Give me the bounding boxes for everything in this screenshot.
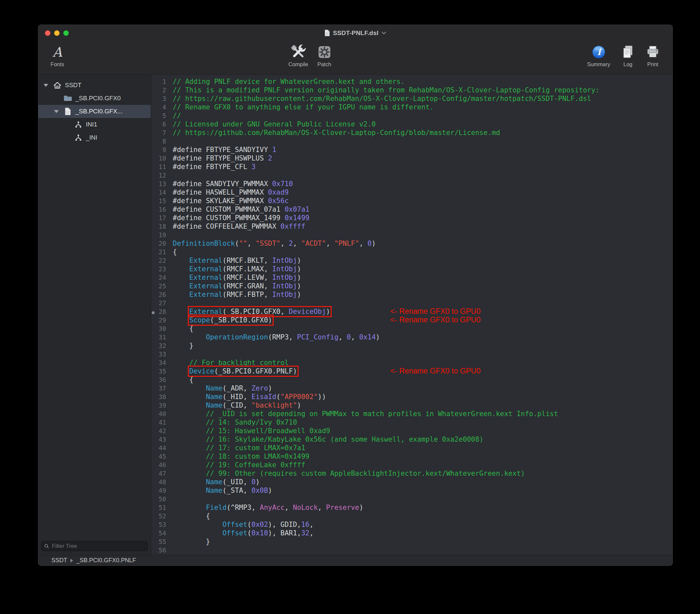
search-icon [44,543,49,549]
code-line[interactable]: 56 [151,546,673,554]
line-number: 10 [151,154,171,163]
annotation-red-box: Scope(_SB.PCI0.GFX0) [189,316,272,324]
code-line[interactable]: 42 // 15: Haswell/Broadwell 0xad9 [151,427,673,435]
disclosure-triangle-icon[interactable] [53,110,60,113]
code-line[interactable]: 12 [151,171,673,179]
line-number: 53 [151,520,171,529]
code-line[interactable]: 15#define SKYLAKE_PWMMAX 0x56c [151,197,673,205]
sidebar-item-sb-pci0-gfx[interactable]: _SB.PCI0.GFX... [38,105,151,118]
fonts-icon: A [53,45,62,60]
close-button[interactable] [45,30,50,36]
code-line[interactable]: 28 External(_SB.PCI0.GFX0, DeviceObj)<- … [151,307,673,316]
code-line[interactable]: 7// https://github.com/RehabMan/OS-X-Clo… [151,128,673,137]
fonts-button[interactable]: A Fonts [46,41,69,67]
code-line[interactable]: 41 // 14: Sandy/Ivy 0x710 [151,418,673,427]
breadcrumb-root[interactable]: SSDT [51,557,67,564]
code-line[interactable]: 2// This is a modified PNLF version orig… [151,86,673,95]
code-line[interactable]: 55 } [151,537,673,546]
filter-tree-field[interactable] [41,541,148,551]
patch-label: Patch [317,61,331,67]
code-line[interactable]: 45 // 18: custom LMAX=0x1499 [151,452,673,461]
patch-button[interactable]: Patch [317,41,332,67]
code-line[interactable]: 25 External(RMCF.GRAN, IntObj) [151,282,673,290]
code-text: Name(_STA, 0x0B) [173,486,272,495]
zoom-button[interactable] [63,30,69,36]
code-line[interactable]: 37 Name(_ADR, Zero) [151,384,673,392]
code-line[interactable]: 17#define CUSTOM_PWMMAX_1499 0x1499 [151,214,673,222]
code-line[interactable]: 27 [151,299,673,307]
code-line[interactable]: 3// https://raw.githubusercontent.com/Re… [151,95,673,103]
code-line[interactable]: 14#define HASWELL_PWMMAX 0xad9 [151,188,673,197]
code-line[interactable]: 34 // For backlight control [151,359,673,367]
sidebar-item-sb-pci0-gfx0[interactable]: _SB.PCI0.GFX0 [38,92,151,105]
code-line[interactable]: 8 [151,137,673,146]
sidebar-item-ini1[interactable]: INI1 [38,118,151,131]
code-line[interactable]: 11#define FBTYPE_CFL 3 [151,163,673,171]
code-line[interactable]: 43 // 16: Skylake/KabyLake 0x56c (and so… [151,435,673,443]
code-line[interactable]: 5// [151,111,673,120]
code-line[interactable]: 22 External(RMCF.BKLT, IntObj) [151,256,673,265]
code-line[interactable]: 10#define FBTYPE_HSWPLUS 2 [151,154,673,163]
folder-icon [63,94,72,102]
code-line[interactable]: 13#define SANDYIVY_PWMMAX 0x710 [151,179,673,188]
code-line[interactable]: 26 External(RMCF.FBTP, IntObj) [151,290,673,299]
line-number: 26 [151,290,171,299]
disclosure-spacer [64,136,71,140]
breadcrumb-node[interactable]: _SB.PCI0.GFX0.PNLF [76,557,136,564]
code-line[interactable]: 52 { [151,512,673,520]
code-line[interactable]: 39 Name(_CID, "backlight") [151,401,673,410]
code-line[interactable]: 36 { [151,375,673,384]
code-line[interactable]: 53 Offset(0x02), GDID,16, [151,520,673,529]
change-marker-dot [152,311,155,314]
code-line[interactable]: 21{ [151,248,673,256]
line-number: 46 [151,461,171,469]
code-line[interactable]: 4// Rename GFX0 to anything else if your… [151,103,673,111]
code-line[interactable]: 31 OperationRegion(RMP3, PCI_Config, 0, … [151,333,673,341]
code-text: // https://raw.githubusercontent.com/Reh… [173,95,591,103]
line-number: 19 [151,231,171,239]
code-line[interactable]: 23 External(RMCF.LMAX, IntObj) [151,265,673,273]
code-line[interactable]: 44 // 17: custom LMAX=0x7a1 [151,443,673,452]
code-text: #define FBTYPE_SANDYIVY 1 [173,146,276,154]
code-line[interactable]: 50 [151,495,673,503]
code-line[interactable]: 38 Name(_HID, EisaId("APP0002")) [151,392,673,401]
code-line[interactable]: 6// Licensed under GNU General Public Li… [151,120,673,128]
line-number: 20 [151,239,171,248]
code-line[interactable]: 19 [151,231,673,239]
code-line[interactable]: 32 } [151,341,673,350]
code-line[interactable]: 35 Device(_SB.PCI0.GFX0.PNLF)<- Rename G… [151,367,673,375]
main-split: SSDT_SB.PCI0.GFX0_SB.PCI0.GFX...INI1_INI… [38,75,673,555]
code-line[interactable]: 46 // 19: CoffeeLake 0xffff [151,461,673,469]
code-line[interactable]: 47 // 99: Other (requires custom AppleBa… [151,469,673,478]
sidebar-item-ini[interactable]: _INI [38,131,151,144]
code-line[interactable]: 16#define CUSTOM_PWMMAX_07a1 0x07a1 [151,205,673,214]
code-text: Name(_UID, 0) [173,478,260,486]
code-line[interactable]: 24 External(RMCF.LEVW, IntObj) [151,273,673,282]
code-line[interactable]: 49 Name(_STA, 0x0B) [151,486,673,495]
filter-tree-input[interactable] [51,542,145,550]
code-editor[interactable]: 1// Adding PNLF device for WhateverGreen… [151,75,673,555]
compile-button[interactable]: Compile [288,41,308,67]
code-line[interactable]: 1// Adding PNLF device for WhateverGreen… [151,77,673,86]
code-line[interactable]: 33 [151,350,673,359]
code-line[interactable]: 30 { [151,324,673,333]
chevron-down-icon [382,32,386,35]
code-line[interactable]: 18#define COFFEELAKE_PWMMAX 0xffff [151,222,673,231]
code-line[interactable]: 54 Offset(0x10), BAR1,32, [151,529,673,537]
summary-button[interactable]: i Summary [587,41,610,67]
breadcrumb-separator-icon [71,559,73,563]
code-line[interactable]: 48 Name(_UID, 0) [151,478,673,486]
print-button[interactable]: Print [646,41,660,67]
disclosure-triangle-icon[interactable] [43,83,49,87]
sidebar-item-ssdt[interactable]: SSDT [38,79,151,92]
log-button[interactable]: Log [621,41,635,67]
code-line[interactable]: 51 Field(^RMP3, AnyAcc, NoLock, Preserve… [151,503,673,512]
code-text: Name(_CID, "backlight") [173,401,301,410]
code-line[interactable]: 20DefinitionBlock("", "SSDT", 2, "ACDT",… [151,239,673,248]
minimize-button[interactable] [54,30,60,36]
window-title-group[interactable]: SSDT-PNLF.dsl [324,29,386,37]
code-text: // This is a modified PNLF version origi… [173,86,599,95]
code-line[interactable]: 40 // _UID is set depending on PWMMax to… [151,410,673,418]
code-line[interactable]: 9#define FBTYPE_SANDYIVY 1 [151,146,673,154]
code-line[interactable]: 29 Scope(_SB.PCI0.GFX0)<- Rename GFX0 to… [151,316,673,324]
